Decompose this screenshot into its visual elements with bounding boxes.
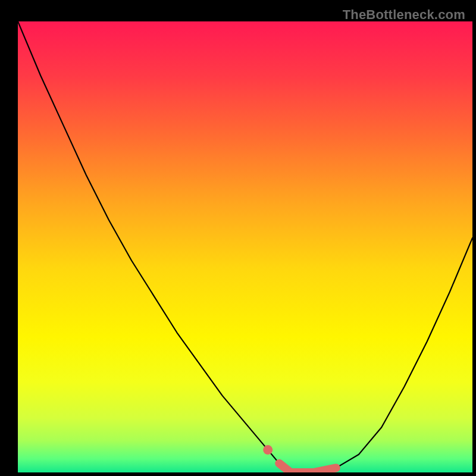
plot-area	[18, 21, 472, 472]
bottleneck-curve-chart	[18, 21, 472, 472]
chart-frame: TheBottleneck.com	[7, 7, 469, 469]
watermark-label: TheBottleneck.com	[343, 7, 465, 23]
gradient-background	[18, 21, 472, 472]
optimal-range-dot	[263, 445, 273, 455]
